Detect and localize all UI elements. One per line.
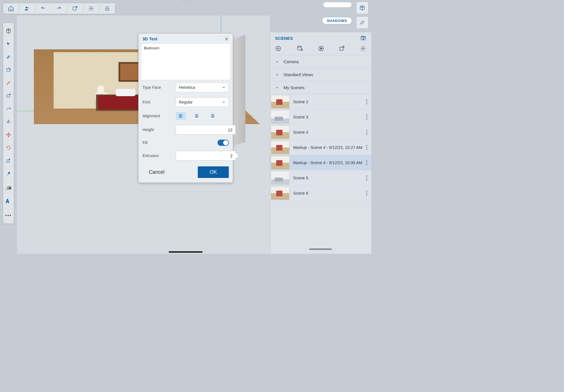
cube-panel-icon[interactable] xyxy=(356,2,368,14)
fill-toggle[interactable] xyxy=(218,140,229,146)
export-icon[interactable] xyxy=(339,45,345,52)
play-icon[interactable] xyxy=(318,45,324,52)
chevron-down-icon xyxy=(275,73,280,77)
scenes-title: SCENES xyxy=(275,36,293,41)
svg-point-30 xyxy=(366,149,367,150)
rotate-tool-icon[interactable] xyxy=(3,141,14,154)
paint-tool-icon[interactable] xyxy=(3,167,14,180)
scene-thumbnail xyxy=(271,95,289,109)
scale-tool-icon[interactable] xyxy=(3,154,14,167)
svg-point-7 xyxy=(10,94,11,95)
svg-point-33 xyxy=(366,164,367,165)
scenes-settings-icon[interactable] xyxy=(360,45,366,52)
left-toolbar: A1 ••• xyxy=(3,23,14,224)
align-right-button[interactable] xyxy=(207,112,218,120)
more-icon[interactable] xyxy=(363,130,370,135)
height-input[interactable] xyxy=(176,125,236,135)
3d-text-dialog: 3D Text Bedroom Type Face Helvetica Font… xyxy=(138,33,233,183)
scene-thumbnail xyxy=(271,186,289,200)
alignment-label: Alignment xyxy=(142,114,176,118)
arc-tool-icon[interactable] xyxy=(3,102,14,115)
cube-tool-icon[interactable] xyxy=(3,25,14,38)
more-icon[interactable] xyxy=(363,160,370,165)
svg-point-38 xyxy=(366,193,367,193)
more-tools-icon[interactable]: ••• xyxy=(3,209,14,222)
font-label: Font xyxy=(142,100,176,104)
add-scene-icon[interactable] xyxy=(275,45,281,52)
shadows-toggle[interactable]: SHADOWS xyxy=(322,17,352,24)
svg-text:A1: A1 xyxy=(8,187,11,189)
pushpull-tool-icon[interactable] xyxy=(3,115,14,128)
svg-point-27 xyxy=(366,134,367,135)
svg-rect-2 xyxy=(73,7,76,10)
settings-button[interactable] xyxy=(83,3,99,14)
svg-rect-4 xyxy=(106,9,109,10)
close-icon[interactable] xyxy=(224,37,229,41)
font-select[interactable]: Regular xyxy=(176,97,229,107)
scene-label: Scene 2 xyxy=(290,100,363,104)
svg-point-24 xyxy=(366,118,367,119)
extrusion-input[interactable] xyxy=(176,151,236,160)
svg-rect-5 xyxy=(6,69,10,71)
svg-point-21 xyxy=(366,103,367,104)
svg-point-20 xyxy=(366,101,367,102)
scene-row[interactable]: Scene 6 xyxy=(270,186,371,201)
typeface-select[interactable]: Helvetica xyxy=(176,83,229,92)
svg-point-3 xyxy=(90,8,92,9)
svg-point-28 xyxy=(366,145,367,146)
svg-point-31 xyxy=(366,160,367,161)
chevron-down-icon xyxy=(222,85,226,89)
update-scene-icon[interactable] xyxy=(297,45,303,52)
my-scenes-section[interactable]: My Scenes xyxy=(270,81,371,94)
svg-point-19 xyxy=(366,99,367,100)
materials-button[interactable] xyxy=(323,2,352,7)
svg-point-32 xyxy=(366,162,367,163)
ok-button[interactable]: OK xyxy=(198,166,229,178)
people-button[interactable] xyxy=(19,3,35,14)
scene-label: Markup - Scene 4 - 9/12/22, 10:35 AM xyxy=(290,160,363,165)
scene-row[interactable]: Markup - Scene 4 - 9/12/22, 10:27 AM xyxy=(270,140,371,155)
undo-button[interactable] xyxy=(35,3,51,14)
standard-views-section[interactable]: Standard Views xyxy=(270,68,371,81)
3d-text-tool-icon[interactable] xyxy=(3,195,14,208)
camera-section[interactable]: Camera xyxy=(270,55,371,68)
select-tool-icon[interactable] xyxy=(3,38,14,50)
svg-point-36 xyxy=(366,179,367,180)
scene-label: Markup - Scene 4 - 9/12/22, 10:27 AM xyxy=(290,145,363,150)
text-input[interactable]: Bedroom xyxy=(141,43,231,80)
eraser-panel-icon[interactable] xyxy=(356,16,368,29)
printer-button[interactable] xyxy=(99,3,115,14)
svg-point-1 xyxy=(27,7,28,8)
align-center-button[interactable] xyxy=(192,112,202,120)
scene-row[interactable]: Scene 5 xyxy=(270,170,371,186)
top-toolbar xyxy=(3,3,115,14)
svg-point-8 xyxy=(10,108,11,109)
chevron-down-icon xyxy=(222,100,226,104)
dimension-tool-icon[interactable]: A1 xyxy=(3,182,14,195)
shape-tool-icon[interactable] xyxy=(3,63,14,76)
scene-row[interactable]: Scene 4 xyxy=(270,125,371,140)
align-left-button[interactable] xyxy=(176,112,186,120)
scene-row[interactable]: Scene 2 xyxy=(270,94,371,109)
scene-label: Scene 5 xyxy=(290,176,363,180)
more-icon[interactable] xyxy=(363,114,370,120)
more-icon[interactable] xyxy=(363,175,370,180)
cancel-button[interactable]: Cancel xyxy=(142,166,171,178)
svg-point-34 xyxy=(366,175,367,176)
eraser-tool-icon[interactable] xyxy=(3,50,14,63)
clapper-icon[interactable] xyxy=(360,35,366,41)
fill-label: Fill xyxy=(142,140,176,145)
svg-point-26 xyxy=(366,132,367,133)
home-button[interactable] xyxy=(3,3,19,14)
pencil-tool-icon[interactable] xyxy=(3,76,14,89)
more-icon[interactable] xyxy=(363,145,370,150)
rectangle-tool-icon[interactable] xyxy=(3,89,14,102)
redo-button[interactable] xyxy=(51,3,67,14)
import-button[interactable] xyxy=(67,3,83,14)
scene-row[interactable]: Scene 3 xyxy=(270,109,371,125)
scene-row[interactable]: Markup - Scene 4 - 9/12/22, 10:35 AM xyxy=(270,155,371,170)
more-icon[interactable] xyxy=(363,191,370,196)
move-tool-icon[interactable] xyxy=(3,128,14,141)
more-icon[interactable] xyxy=(363,99,370,104)
svg-point-25 xyxy=(366,130,367,131)
